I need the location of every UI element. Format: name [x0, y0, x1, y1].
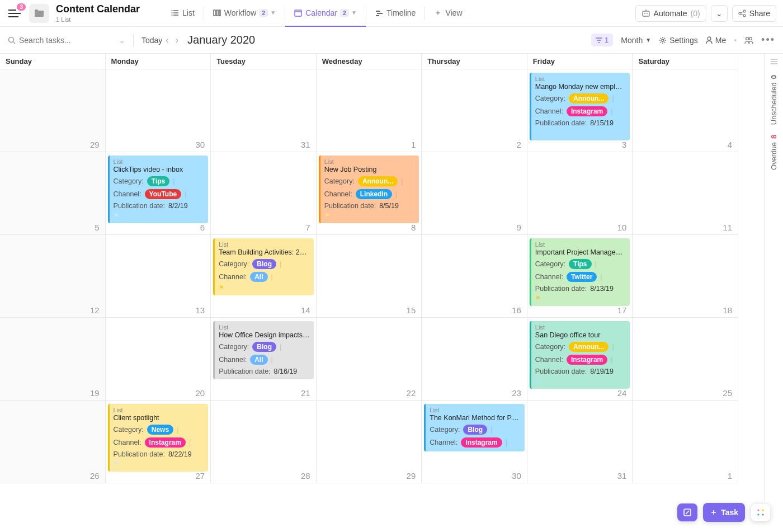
- day-cell[interactable]: 1: [633, 401, 738, 483]
- prev-month-button[interactable]: ‹: [162, 35, 172, 45]
- share-button[interactable]: Share: [732, 5, 776, 22]
- assignees-button[interactable]: [744, 36, 753, 44]
- day-cell[interactable]: 30: [106, 69, 211, 152]
- event-card[interactable]: ListNew Job PostingCategory:Announ...|Ch…: [319, 156, 419, 223]
- category-tag[interactable]: Blog: [252, 259, 276, 269]
- search-filter-dropdown[interactable]: ⌄: [119, 36, 125, 45]
- day-cell[interactable]: ListClickTips video - inboxCategory:Tips…: [106, 152, 211, 234]
- day-cell[interactable]: 12: [0, 235, 106, 317]
- day-cell[interactable]: 26: [0, 401, 106, 483]
- tab-timeline[interactable]: Timeline: [366, 0, 424, 27]
- channel-tag[interactable]: Instagram: [567, 106, 607, 116]
- category-tag[interactable]: Announ...: [569, 342, 609, 352]
- day-cell[interactable]: 11: [633, 152, 738, 234]
- day-cell[interactable]: ListSan Diego office tourCategory:Announ…: [527, 318, 633, 400]
- pubdate-value: 8/16/19: [274, 368, 298, 375]
- automate-dropdown[interactable]: ⌄: [711, 5, 728, 22]
- period-selector[interactable]: Month ▼: [621, 36, 651, 45]
- channel-tag[interactable]: Twitter: [567, 272, 597, 282]
- day-cell[interactable]: 18: [633, 235, 738, 317]
- day-cell[interactable]: 22: [317, 318, 422, 400]
- event-card[interactable]: ListClickTips video - inboxCategory:Tips…: [108, 156, 209, 223]
- add-view-button[interactable]: ＋ View: [425, 0, 471, 27]
- quick-note-button[interactable]: [677, 503, 697, 521]
- more-options[interactable]: •••: [761, 34, 775, 46]
- tab-list[interactable]: List: [162, 0, 204, 27]
- overdue-tab[interactable]: Overdue 8: [770, 135, 778, 170]
- channel-tag[interactable]: YouTube: [145, 189, 182, 199]
- channel-tag[interactable]: All: [250, 272, 267, 282]
- day-cell[interactable]: 4: [633, 69, 738, 152]
- event-card[interactable]: ListSan Diego office tourCategory:Announ…: [530, 321, 630, 389]
- event-card[interactable]: ListClient spotlightCategory:News|Channe…: [108, 404, 209, 472]
- channel-tag[interactable]: LinkedIn: [356, 189, 392, 199]
- category-tag[interactable]: Blog: [463, 425, 487, 435]
- day-cell[interactable]: ListClient spotlightCategory:News|Channe…: [106, 401, 211, 483]
- apps-button[interactable]: [751, 503, 771, 521]
- channel-tag[interactable]: Instagram: [145, 437, 186, 448]
- settings-button[interactable]: Settings: [659, 36, 698, 45]
- new-task-button[interactable]: ＋ Task: [703, 503, 745, 522]
- day-cell[interactable]: ListImportant Project ManagemenCategory:…: [527, 235, 633, 317]
- day-cell[interactable]: 2: [422, 69, 527, 152]
- day-cell[interactable]: 19: [0, 318, 106, 400]
- day-cell[interactable]: 29: [0, 69, 106, 152]
- day-cell[interactable]: 28: [211, 401, 317, 483]
- day-cell[interactable]: ListMango Monday new employeeCategory:An…: [527, 69, 633, 152]
- channel-tag[interactable]: Instagram: [567, 355, 607, 365]
- category-tag[interactable]: Announ...: [569, 93, 609, 103]
- today-button[interactable]: Today: [141, 36, 162, 45]
- day-cell[interactable]: 9: [422, 152, 527, 234]
- day-cell[interactable]: 7: [211, 152, 317, 234]
- channel-tag[interactable]: Instagram: [461, 437, 502, 448]
- unscheduled-label: Unscheduled: [770, 82, 778, 125]
- drag-icon[interactable]: [770, 58, 778, 65]
- day-cell[interactable]: ListTeam Building Activities: 25 ECatego…: [211, 235, 317, 317]
- event-card[interactable]: ListHow Office Design impacts PrCategory…: [213, 321, 314, 379]
- category-tag[interactable]: Announ...: [358, 176, 398, 186]
- category-tag[interactable]: Tips: [147, 176, 169, 186]
- day-cell[interactable]: 29: [317, 401, 422, 483]
- tab-calendar[interactable]: Calendar2▼: [285, 0, 366, 27]
- hamburger-menu[interactable]: 3: [7, 6, 22, 21]
- category-label: Category:: [114, 177, 144, 185]
- day-cell[interactable]: 23: [422, 318, 527, 400]
- search-input[interactable]: [19, 36, 103, 45]
- day-cell[interactable]: ListThe KonMari Method for ProjeCategory…: [422, 401, 527, 483]
- unscheduled-tab[interactable]: Unscheduled 0: [770, 75, 778, 125]
- day-cell[interactable]: 20: [106, 318, 211, 400]
- next-month-button[interactable]: ›: [172, 35, 182, 45]
- day-cell[interactable]: ListHow Office Design impacts PrCategory…: [211, 318, 317, 400]
- day-cell[interactable]: 1: [317, 69, 422, 152]
- category-tag[interactable]: Blog: [252, 342, 276, 352]
- day-cell[interactable]: 25: [633, 318, 738, 400]
- day-cell[interactable]: 5: [0, 152, 106, 234]
- folder-button[interactable]: [29, 4, 49, 23]
- svg-point-15: [644, 13, 645, 14]
- event-card[interactable]: ListTeam Building Activities: 25 ECatego…: [213, 238, 314, 295]
- tab-workflow[interactable]: Workflow2▼: [204, 0, 285, 27]
- day-cell[interactable]: 16: [422, 235, 527, 317]
- automate-button[interactable]: Automate (0): [635, 5, 706, 22]
- category-label: Category:: [535, 95, 565, 102]
- day-cell[interactable]: 13: [106, 235, 211, 317]
- day-cell[interactable]: 10: [527, 152, 633, 234]
- svg-point-27: [746, 37, 749, 40]
- week-row: 26ListClient spotlightCategory:News|Chan…: [0, 401, 738, 483]
- me-filter[interactable]: Me: [706, 36, 726, 45]
- day-cell[interactable]: 31: [211, 69, 317, 152]
- calendar-toolbar: ⌄ Today ‹ › January 2020 1 Month ▼ Setti…: [0, 27, 783, 54]
- event-card[interactable]: ListImportant Project ManagemenCategory:…: [530, 238, 630, 306]
- event-card[interactable]: ListMango Monday new employeeCategory:An…: [530, 73, 630, 140]
- day-cell[interactable]: 15: [317, 235, 422, 317]
- page-title[interactable]: Content Calendar: [56, 3, 140, 15]
- event-card[interactable]: ListThe KonMari Method for ProjeCategory…: [424, 404, 525, 451]
- day-cell[interactable]: ListNew Job PostingCategory:Announ...|Ch…: [317, 152, 422, 234]
- floating-buttons: ＋ Task: [677, 503, 771, 522]
- category-tag[interactable]: News: [147, 425, 173, 435]
- filter-icon: [596, 37, 602, 44]
- channel-tag[interactable]: All: [250, 355, 267, 365]
- category-tag[interactable]: Tips: [569, 259, 591, 269]
- day-cell[interactable]: 31: [527, 401, 633, 483]
- filter-chip[interactable]: 1: [591, 34, 613, 46]
